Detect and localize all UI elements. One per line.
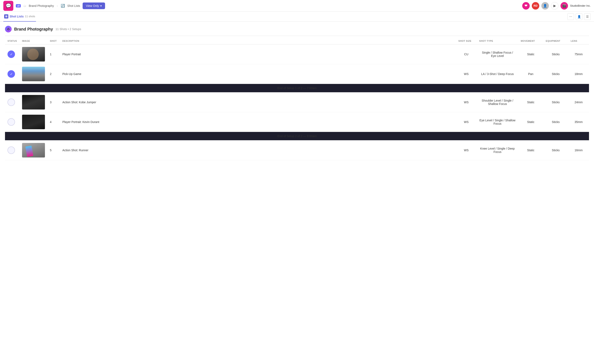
tab-icon: ▤	[4, 14, 8, 19]
tab-shot-lists[interactable]: ▤ Shot Lists 11 shots	[3, 12, 36, 22]
col-header-image: IMAGE	[20, 38, 47, 45]
table-row: ✓ 1 Player Portrait CU Single / Shallow …	[5, 45, 589, 64]
status-empty-4[interactable]	[7, 118, 15, 126]
avatar-guest[interactable]: 👤	[541, 2, 549, 10]
shot-lens-3: 24mm	[568, 92, 589, 112]
table-row: 3 Action Shot: Kobe Jumper WS Shoulder L…	[5, 92, 589, 112]
table-row: ✓ 2 Pick-Up Game WS LA / 3-Shot / Deep F…	[5, 64, 589, 84]
col-header-size: SHOT SIZE	[456, 38, 477, 45]
nav-shotlists[interactable]: Shot Lists	[68, 4, 80, 7]
setup-divider-text-2: End of Setup 2 of 2 — 8:00am	[5, 132, 589, 140]
setup-divider-text-1: End of Setup 1 of 2 — 7:00am	[5, 84, 589, 92]
shot-type-4: Eye Level / Single / Shallow Focus	[477, 112, 518, 132]
nav-folder-icon: 🗂	[23, 4, 26, 7]
logo-icon: 💬	[6, 3, 11, 8]
brand-name: StudioBinder Inc.	[570, 4, 591, 7]
status-checked-2[interactable]: ✓	[7, 70, 15, 78]
shot-number-4: 4	[47, 112, 60, 132]
shot-image-3	[22, 95, 45, 110]
shot-count: 11 shots	[25, 15, 35, 18]
view-only-chevron-icon: ▾	[100, 4, 102, 7]
status-empty-5[interactable]	[7, 146, 15, 154]
shot-number-5: 5	[47, 140, 60, 160]
view-only-button[interactable]: View Only ▾	[83, 2, 105, 9]
shot-type-5: Knee Level / Single / Deep Focus	[477, 140, 518, 160]
play-button[interactable]: ▶	[551, 2, 558, 10]
col-header-lens: LENS	[568, 38, 589, 45]
page-meta: 11 Shots • 2 Setups	[55, 27, 81, 31]
app-logo[interactable]: 💬	[3, 1, 13, 11]
shot-lens-4: 35mm	[568, 112, 589, 132]
shot-image-2	[22, 67, 45, 81]
shot-desc-1: Player Portrait	[60, 45, 456, 64]
table-row: 4 Player Portrait: Kevin Durant WS Eye L…	[5, 112, 589, 132]
col-header-desc: DESCRIPTION	[60, 38, 456, 45]
shot-desc-4: Player Portrait: Kevin Durant	[60, 112, 456, 132]
shot-desc-2: Pick-Up Game	[60, 64, 456, 84]
status-checked-1[interactable]: ✓	[7, 51, 15, 58]
status-cell-5	[5, 140, 20, 160]
col-header-shot: SHOT	[47, 38, 60, 45]
shot-type-1: Single / Shallow Focus / Eye Level	[477, 45, 518, 64]
nav-project-label: Brand Photography	[29, 4, 54, 7]
table-header: STATUS IMAGE SHOT DESCRIPTION SHOT SIZE …	[5, 38, 589, 45]
shot-equipment-3: Sticks	[543, 92, 568, 112]
share-button[interactable]: 👤	[576, 13, 582, 20]
page-header-icon: ♻	[5, 26, 12, 32]
shot-lens-2: 18mm	[568, 64, 589, 84]
view-toggle-button[interactable]: ☰	[584, 13, 591, 20]
nav-shotlists-icon: 🔄	[61, 4, 65, 8]
image-cell-3	[20, 92, 47, 112]
status-cell-1: ✓	[5, 45, 20, 64]
shot-number-3: 3	[47, 92, 60, 112]
avatar-rd[interactable]: RD	[532, 2, 539, 10]
shot-equipment-5: Sticks	[543, 140, 568, 160]
image-cell-2	[20, 64, 47, 84]
image-cell-5	[20, 140, 47, 160]
status-empty-3[interactable]	[7, 98, 15, 106]
shot-movement-4: Static	[518, 112, 543, 132]
shot-movement-2: Pan	[518, 64, 543, 84]
shot-number-1: 1	[47, 45, 60, 64]
shot-image-1	[22, 47, 45, 61]
shot-size-3: WS	[456, 92, 477, 112]
table-body: ✓ 1 Player Portrait CU Single / Shallow …	[5, 45, 589, 160]
page-title: Brand Photography	[14, 27, 53, 32]
shot-desc-3: Action Shot: Kobe Jumper	[60, 92, 456, 112]
shot-type-2: LA / 3-Shot / Deep Focus	[477, 64, 518, 84]
shot-type-3: Shoulder Level / Single / Shallow Focus	[477, 92, 518, 112]
setup-divider-1: End of Setup 1 of 2 — 7:00am	[5, 84, 589, 92]
setup-divider-2: End of Setup 2 of 2 — 8:00am	[5, 132, 589, 140]
sub-nav-actions: ⋯ 👤 ☰	[567, 13, 591, 20]
shot-movement-3: Static	[518, 92, 543, 112]
view-only-label: View Only	[86, 4, 99, 7]
notification-icon[interactable]: ❤	[522, 2, 530, 10]
image-cell-1	[20, 45, 47, 64]
image-cell-4	[20, 112, 47, 132]
col-header-status: STATUS	[5, 38, 20, 45]
main-content: ♻ Brand Photography 11 Shots • 2 Setups …	[0, 22, 594, 364]
sub-nav: ▤ Shot Lists 11 shots ⋯ 👤 ☰	[0, 12, 594, 22]
nav-shotlists-label: Shot Lists	[68, 4, 80, 7]
tab-label: Shot Lists	[10, 15, 24, 18]
shot-desc-5: Action Shot: Runner	[60, 140, 456, 160]
nav-project[interactable]: Brand Photography	[29, 4, 54, 7]
shot-size-1: CU	[456, 45, 477, 64]
col-header-type: SHOT TYPE	[477, 38, 518, 45]
shot-size-2: WS	[456, 64, 477, 84]
table-row: 5 Action Shot: Runner WS Knee Level / Si…	[5, 140, 589, 160]
nav-separator-1: ›	[57, 4, 58, 7]
nav-right: ❤ RD 👤 ▶ 🎬 StudioBinder Inc.	[522, 2, 591, 10]
shot-equipment-2: Sticks	[543, 64, 568, 84]
shot-equipment-1: Sticks	[543, 45, 568, 64]
more-options-button[interactable]: ⋯	[567, 13, 574, 20]
status-cell-2: ✓	[5, 64, 20, 84]
version-badge: v0	[16, 4, 21, 7]
shot-image-4	[22, 115, 45, 129]
status-cell-4	[5, 112, 20, 132]
brand-logo-icon[interactable]: 🎬	[560, 2, 568, 10]
shot-lens-5: 16mm	[568, 140, 589, 160]
status-cell-3	[5, 92, 20, 112]
col-header-movement: MOVEMENT	[518, 38, 543, 45]
shot-size-4: WS	[456, 112, 477, 132]
